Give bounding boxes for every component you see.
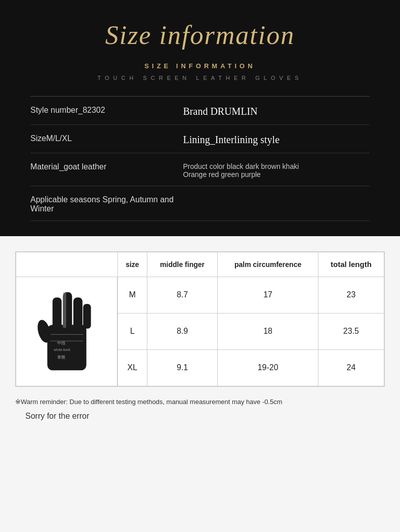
size-info-subtitle: SIZE INFORMATION (30, 62, 370, 70)
svg-text:whole book: whole book (53, 348, 70, 351)
specs-grid: Style number_82302 Brand DRUMLIN SizeM/L… (30, 96, 370, 221)
total-length-M: 23 (318, 277, 384, 313)
spec-seasons-left: Applicable seasons Spring, Autumn and Wi… (30, 195, 183, 213)
svg-rect-6 (63, 292, 66, 328)
svg-rect-5 (83, 304, 91, 329)
spec-style-left: Style number_82302 (30, 106, 183, 115)
spec-lining-right: Lining_Interlining style (183, 134, 370, 146)
middle-finger-XL: 9.1 (147, 349, 218, 386)
total-length-XL: 24 (318, 349, 384, 386)
middle-finger-L: 8.9 (147, 313, 218, 349)
bottom-section: size middle finger palm circumference to… (0, 236, 400, 532)
total-length-L: 23.5 (318, 313, 384, 349)
spec-material-left: Material_goat leather (30, 162, 183, 171)
svg-text:中指: 中指 (57, 341, 65, 345)
page: Size information SIZE INFORMATION TOUCH … (0, 0, 400, 532)
spec-row-seasons: Applicable seasons Spring, Autumn and Wi… (30, 186, 370, 221)
size-XL: XL (118, 349, 147, 386)
glove-header-cell (16, 252, 118, 277)
size-table: size middle finger palm circumference to… (16, 252, 384, 386)
spec-color-right: Product color black dark brown khaki Ora… (183, 162, 370, 179)
middle-finger-M: 8.7 (147, 277, 218, 313)
size-col-header: size (118, 252, 147, 277)
spec-size-left: SizeM/L/XL (30, 134, 183, 143)
spec-row-size: SizeM/L/XL Lining_Interlining style (30, 125, 370, 153)
palm-circ-L: 18 (218, 313, 318, 349)
glove-image-cell: 中指 whole book 掌围 (16, 277, 118, 386)
size-L: L (118, 313, 147, 349)
palm-circ-col-header: palm circumference (218, 252, 318, 277)
svg-rect-4 (52, 297, 61, 329)
size-table-wrapper: size middle finger palm circumference to… (15, 251, 385, 387)
total-length-col-header: total length (318, 252, 384, 277)
table-row: 中指 whole book 掌围 M 8.7 (16, 277, 384, 313)
sorry-text: Sorry for the error (25, 412, 385, 421)
palm-circ-XL: 19-20 (218, 349, 318, 386)
svg-text:掌围: 掌围 (57, 355, 65, 360)
glove-svg: 中指 whole book 掌围 (31, 286, 102, 377)
spec-brand-right: Brand DRUMLIN (183, 106, 370, 117)
spec-row-material: Material_goat leather Product color blac… (30, 153, 370, 186)
table-header-row: size middle finger palm circumference to… (16, 252, 384, 277)
glove-image: 中指 whole book 掌围 (16, 277, 117, 386)
main-title: Size information (30, 20, 370, 50)
svg-rect-2 (73, 297, 82, 329)
spec-row-style: Style number_82302 Brand DRUMLIN (30, 97, 370, 125)
middle-finger-col-header: middle finger (147, 252, 218, 277)
warm-reminder: ※Warm reminder: Due to different testing… (15, 397, 385, 407)
top-section: Size information SIZE INFORMATION TOUCH … (0, 0, 400, 236)
touch-screen-label: TOUCH SCREEN LEATHER GLOVES (30, 75, 370, 81)
palm-circ-M: 17 (218, 277, 318, 313)
size-M: M (118, 277, 147, 313)
